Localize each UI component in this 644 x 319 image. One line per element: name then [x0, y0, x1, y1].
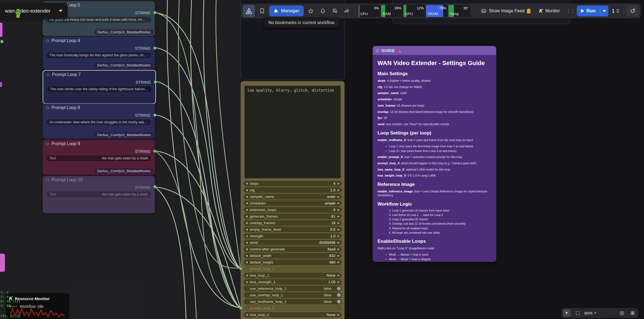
decrement-batch-icon[interactable] — [616, 11, 619, 13]
string-output-port[interactable] — [153, 150, 156, 153]
node-header[interactable]: Prompt Loop 7 — [43, 71, 155, 79]
increment-arrow-icon[interactable] — [338, 261, 340, 264]
widget-row[interactable]: sampler_name euler — [243, 194, 342, 200]
increment-arrow-icon[interactable] — [338, 314, 340, 316]
node-prompt-loop-6[interactable]: Prompt Loop 6 STRING The man frantically… — [43, 37, 155, 69]
widget-row[interactable]: lora_loop_2 None — [243, 312, 342, 318]
decrement-arrow-icon[interactable] — [246, 189, 248, 191]
node-header[interactable]: Prompt Loop 9 — [43, 140, 155, 148]
toggle-knob[interactable] — [337, 293, 341, 297]
string-output-port[interactable] — [154, 80, 157, 84]
notifications-button[interactable] — [318, 5, 328, 17]
node-prompt-loop-10-bypassed[interactable]: Prompt Loop 10 STRING Text the man gets … — [43, 176, 155, 213]
node-prompt-loop-7-selected[interactable]: Prompt Loop 7 STRING The man climbs over… — [43, 70, 156, 104]
increment-arrow-icon[interactable] — [338, 229, 340, 231]
collapse-dot-icon[interactable] — [46, 106, 49, 109]
node-prompt-loop-8[interactable]: Prompt Loop 8 STRING An underwater view … — [43, 104, 155, 139]
manager-button[interactable]: Manager — [269, 5, 304, 16]
node-prompt-loop-9[interactable]: Prompt Loop 9 STRING Text the man gets e… — [43, 140, 155, 175]
decrement-arrow-icon[interactable] — [246, 215, 248, 218]
increment-arrow-icon[interactable] — [338, 242, 340, 244]
queue-history-button[interactable]: ↺ — [627, 5, 639, 17]
run-options-dropdown[interactable] — [600, 5, 608, 16]
comfyui-canvas[interactable]: Prompt Loop 5 STRING He grabs the heavy … — [0, 0, 644, 319]
collapse-dot-icon[interactable] — [47, 73, 50, 76]
prompt-loop-2-input-port[interactable] — [239, 306, 242, 310]
decrement-arrow-icon[interactable] — [246, 235, 248, 237]
node-wan-video-extender[interactable]: low quality, blurry, glitch, distortion … — [240, 81, 345, 319]
resource-monitor-button[interactable]: Monitor — [536, 5, 563, 16]
collapse-dot-icon[interactable] — [46, 39, 49, 42]
increment-batch-icon[interactable] — [616, 9, 619, 10]
widget-row[interactable]: scheduler simple — [243, 200, 342, 206]
decrement-arrow-icon[interactable] — [246, 209, 248, 211]
increment-arrow-icon[interactable] — [338, 248, 340, 250]
share-button[interactable] — [342, 5, 352, 17]
widget-row[interactable]: cfg 1.0 — [243, 187, 342, 193]
decrement-arrow-icon[interactable] — [246, 274, 248, 277]
node-header[interactable]: GUIDE — [373, 46, 496, 55]
string-output-port[interactable] — [153, 185, 156, 188]
decrement-arrow-icon[interactable] — [246, 202, 248, 204]
increment-arrow-icon[interactable] — [338, 235, 340, 237]
text-widget[interactable]: Text the man gets eaten by a shark — [46, 155, 152, 162]
run-button[interactable]: Run — [577, 5, 600, 16]
widget-row[interactable]: seed 45456456 — [243, 240, 342, 245]
widget-row[interactable]: prompt_loop_1 — [243, 266, 342, 272]
fit-view-button[interactable] — [574, 309, 581, 317]
widget-row[interactable]: lora_strength_1 1.00 — [243, 279, 342, 285]
string-output-port[interactable] — [153, 46, 156, 50]
increment-arrow-icon[interactable] — [338, 222, 340, 224]
widget-row[interactable]: use_reference_loop_1 false — [243, 286, 342, 291]
increment-arrow-icon[interactable] — [338, 196, 340, 198]
increment-arrow-icon[interactable] — [338, 202, 340, 204]
widget-row[interactable]: steps 4 — [243, 181, 342, 186]
show-image-feed-button[interactable]: Show Image Feed — [478, 5, 534, 16]
select-tool-button[interactable] — [563, 309, 571, 317]
decrement-arrow-icon[interactable] — [246, 255, 248, 257]
comfyui-logo-button[interactable] — [243, 5, 255, 17]
drag-handle-icon[interactable]: ⋮⋮ — [566, 8, 575, 14]
node-library-button[interactable] — [629, 309, 636, 317]
minimap-button[interactable] — [618, 309, 626, 317]
workflow-title-dropdown[interactable]: wan-video-extender — [0, 3, 68, 19]
widget-row[interactable]: default_height 480 — [243, 259, 342, 265]
decrement-arrow-icon[interactable] — [246, 183, 248, 185]
widget-row[interactable]: empty_frame_level 0.5 — [243, 227, 342, 232]
decrement-arrow-icon[interactable] — [246, 229, 248, 231]
text-widget[interactable]: The man frantically bangs his fists agai… — [46, 52, 152, 58]
batch-count-stepper[interactable]: 1 — [612, 8, 619, 14]
collapse-dot-icon[interactable] — [376, 49, 379, 52]
text-widget[interactable]: Text the man gets eaten by a shark — [46, 191, 152, 198]
toggle-knob[interactable] — [337, 300, 341, 303]
decrement-arrow-icon[interactable] — [246, 196, 248, 198]
decrement-arrow-icon[interactable] — [246, 314, 248, 316]
bookmark-button[interactable] — [257, 5, 267, 17]
clipped-output-port[interactable] — [0, 40, 4, 43]
favorites-button[interactable] — [306, 5, 316, 17]
increment-arrow-icon[interactable] — [338, 274, 340, 277]
text-widget[interactable]: The man climbs over the safety railing o… — [47, 86, 152, 92]
widget-row[interactable]: lora_loop_1 None — [243, 273, 342, 278]
decrement-arrow-icon[interactable] — [246, 248, 248, 250]
widget-row[interactable]: strength 1.0 — [243, 233, 342, 239]
mute-notifications-button[interactable] — [330, 5, 340, 17]
decrement-arrow-icon[interactable] — [246, 281, 248, 283]
widget-row[interactable]: default_width 832 — [243, 253, 342, 259]
node-header[interactable]: Prompt Loop 6 — [43, 37, 155, 45]
increment-arrow-icon[interactable] — [338, 209, 340, 211]
node-header[interactable]: Prompt Loop 10 — [43, 176, 155, 184]
increment-arrow-icon[interactable] — [338, 281, 340, 283]
negative-prompt-textarea[interactable]: low quality, blurry, glitch, distortion — [244, 86, 341, 178]
widget-row[interactable]: control after generate fixed — [243, 246, 342, 252]
increment-arrow-icon[interactable] — [338, 255, 340, 257]
collapse-dot-icon[interactable] — [46, 142, 49, 145]
widget-row[interactable]: prompt_loop_2 — [243, 305, 342, 311]
toggle-knob[interactable] — [337, 287, 341, 290]
widget-row[interactable]: overlap_frames 16 — [243, 220, 342, 226]
widget-row[interactable]: use_overlap_loop_1 false — [243, 292, 342, 298]
node-guide-note[interactable]: GUIDE WAN Video Extender - Settings Guid… — [373, 46, 496, 262]
prompt-loop-1-input-port[interactable] — [239, 267, 242, 270]
increment-arrow-icon[interactable] — [338, 189, 340, 191]
widget-row[interactable]: use_endframe_loop_1 false — [243, 299, 342, 305]
